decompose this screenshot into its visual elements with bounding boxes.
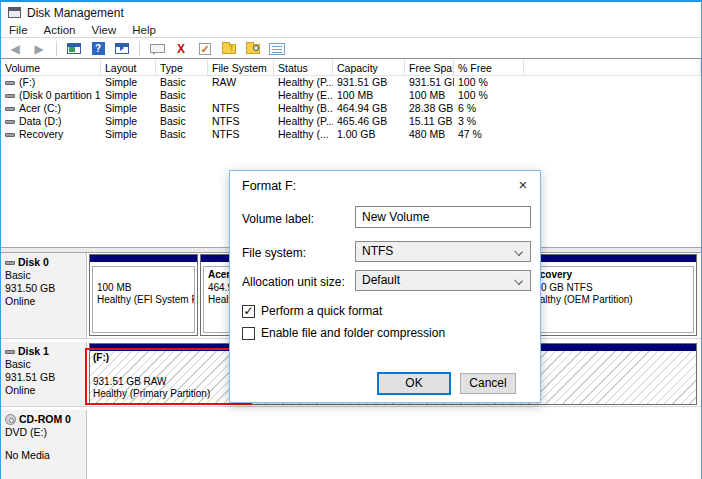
col-header-capacity[interactable]: Capacity [333, 60, 405, 75]
file-system-value: NTFS [362, 244, 393, 258]
col-header-free-space[interactable]: Free Spa... [405, 60, 454, 75]
disk0-size: 931.50 GB [5, 282, 82, 295]
cell-pct: 6 % [454, 102, 524, 115]
app-icon [8, 7, 21, 18]
col-header-filler [524, 60, 701, 75]
toolbar-separator [139, 41, 140, 56]
cell-free: 480 MB [405, 128, 454, 141]
table-row-volume-f[interactable]: (F:) Simple Basic RAW Healthy (P... 931.… [1, 76, 701, 89]
forward-arrow-icon[interactable]: ▶ [30, 41, 48, 57]
delete-icon[interactable]: X [172, 41, 190, 57]
folder-search-icon[interactable] [244, 41, 262, 57]
disk0-label[interactable]: Disk 0 Basic 931.50 GB Online [1, 253, 87, 338]
cell-free: 15.11 GB [405, 115, 454, 128]
cell-volume: Recovery [19, 128, 63, 141]
cell-type: Basic [156, 128, 208, 141]
cell-capacity: 465.46 GB [333, 115, 405, 128]
volume-label-label: Volume label: [242, 212, 314, 226]
tooltip-icon[interactable] [148, 41, 166, 57]
back-arrow-icon[interactable]: ◀ [6, 41, 24, 57]
allocation-unit-select[interactable]: Default [355, 270, 531, 291]
cell-volume: (F:) [19, 76, 35, 89]
volume-table-header: Volume Layout Type File System Status Ca… [1, 60, 701, 76]
chevron-down-icon [514, 276, 523, 285]
disk-icon [5, 350, 15, 354]
cdrom-label[interactable]: CD-ROM 0 DVD (E:) No Media [1, 410, 87, 479]
partition-health: Healthy (EFI System Partition) [97, 294, 190, 307]
partition-size: 931.51 GB RAW [93, 376, 244, 388]
menu-bar: File Action View Help [1, 23, 701, 38]
col-header-volume[interactable]: Volume [1, 60, 101, 75]
quick-format-checkbox[interactable]: ✓ [242, 305, 255, 318]
details-icon[interactable] [268, 41, 286, 57]
file-system-select[interactable]: NTFS [355, 241, 531, 262]
checkmark-icon[interactable]: ✓ [196, 41, 214, 57]
cdrom-status: No Media [5, 449, 82, 462]
menu-action[interactable]: Action [36, 23, 84, 37]
cell-capacity: 100 MB [333, 89, 405, 102]
cell-fs: NTFS [208, 115, 274, 128]
col-header-type[interactable]: Type [156, 60, 208, 75]
action-pane-icon[interactable] [113, 41, 131, 57]
disk-icon [5, 120, 15, 124]
cell-free: 931.51 GB [405, 76, 454, 89]
console-window-icon[interactable] [65, 41, 83, 57]
partition-name: Recovery [527, 269, 689, 282]
menu-help[interactable]: Help [124, 23, 164, 37]
cell-fs [208, 89, 274, 102]
compression-checkbox[interactable] [242, 327, 255, 340]
cell-capacity: 464.94 GB [333, 102, 405, 115]
window-title: Disk Management [27, 6, 124, 20]
cell-fs: NTFS [208, 128, 274, 141]
col-header-status[interactable]: Status [274, 60, 333, 75]
partition-size: 1.00 GB NTFS [527, 282, 689, 295]
compression-checkbox-row[interactable]: Enable file and folder compression [242, 326, 445, 340]
cell-type: Basic [156, 115, 208, 128]
cell-volume: Data (D:) [19, 115, 62, 128]
cancel-button[interactable]: Cancel [460, 373, 516, 394]
help-icon[interactable]: ? [89, 41, 107, 57]
col-header-file-system[interactable]: File System [208, 60, 274, 75]
cd-icon [5, 414, 16, 425]
toolbar: ◀ ▶ ? X ✓ ↑ [1, 39, 701, 59]
disk1-type: Basic [5, 358, 82, 371]
close-icon[interactable]: × [507, 172, 539, 196]
menu-view[interactable]: View [84, 23, 125, 37]
cell-fs: NTFS [208, 102, 274, 115]
partition-efi[interactable]: 100 MB Healthy (EFI System Partition) [89, 254, 198, 336]
cell-type: Basic [156, 102, 208, 115]
disk-icon [5, 94, 15, 98]
cell-status: Healthy (... [274, 128, 333, 141]
ok-button[interactable]: OK [377, 372, 451, 395]
toolbar-separator [56, 41, 57, 56]
title-bar: Disk Management [1, 2, 701, 23]
table-row-acer-c[interactable]: Acer (C:) Simple Basic NTFS Healthy (B..… [1, 102, 701, 115]
file-system-label: File system: [242, 246, 306, 260]
partition-color-band [520, 255, 696, 262]
disk1-name: Disk 1 [18, 345, 49, 358]
quick-format-checkbox-row[interactable]: ✓ Perform a quick format [242, 304, 382, 318]
col-header-layout[interactable]: Layout [101, 60, 156, 75]
cell-status: Healthy (P... [274, 76, 333, 89]
cell-volume: Acer (C:) [19, 102, 61, 115]
cell-pct: 100 % [454, 89, 524, 102]
cdrom-name: CD-ROM 0 [19, 413, 71, 426]
disk0-name: Disk 0 [18, 256, 49, 269]
menu-file[interactable]: File [1, 23, 36, 37]
compression-label: Enable file and folder compression [261, 326, 445, 340]
table-row-recovery[interactable]: Recovery Simple Basic NTFS Healthy (... … [1, 128, 701, 141]
highlight-red-box: (F:) 931.51 GB RAW Healthy (Primary Part… [85, 348, 252, 405]
folder-up-icon[interactable]: ↑ [220, 41, 238, 57]
table-row-disk0-partition1[interactable]: (Disk 0 partition 1) Simple Basic Health… [1, 89, 701, 102]
table-row-data-d[interactable]: Data (D:) Simple Basic NTFS Healthy (P..… [1, 115, 701, 128]
allocation-unit-label: Allocation unit size: [242, 275, 345, 289]
disk0-status: Online [5, 295, 82, 308]
cell-capacity: 1.00 GB [333, 128, 405, 141]
partition-recovery[interactable]: Recovery 1.00 GB NTFS Healthy (OEM Parti… [519, 254, 697, 336]
cell-layout: Simple [101, 89, 156, 102]
cell-pct: 3 % [454, 115, 524, 128]
col-header-pct-free[interactable]: % Free [454, 60, 524, 75]
volume-label-input[interactable] [355, 206, 531, 228]
disk1-label[interactable]: Disk 1 Basic 931.51 GB Online [1, 342, 87, 406]
cdrom-row: CD-ROM 0 DVD (E:) No Media [1, 410, 701, 479]
